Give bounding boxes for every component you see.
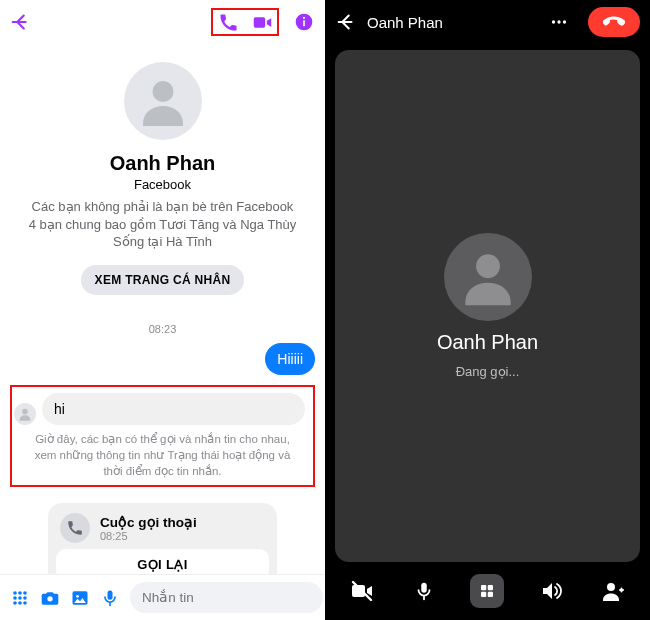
- avatar-icon: [444, 233, 532, 321]
- incoming-message[interactable]: hi: [42, 393, 305, 425]
- outgoing-message[interactable]: Hiiiii: [265, 343, 315, 375]
- svg-point-17: [76, 595, 79, 598]
- call-status: Đang gọi...: [456, 364, 520, 379]
- svg-point-12: [13, 601, 17, 605]
- platform-label: Facebook: [134, 177, 191, 192]
- add-person-icon[interactable]: [598, 576, 628, 606]
- call-header: Oanh Phan: [325, 0, 650, 44]
- chat-pane: Oanh Phan Facebook Các bạn không phải là…: [0, 0, 325, 620]
- call-card-title: Cuộc gọi thoại: [100, 514, 197, 530]
- call-pane: Oanh Phan Oanh Phan Đang gọi...: [325, 0, 650, 620]
- message-input[interactable]: [130, 582, 323, 613]
- svg-point-6: [13, 591, 17, 595]
- grid-view-button[interactable]: [470, 574, 504, 608]
- call-buttons-highlight: [211, 8, 279, 36]
- svg-rect-0: [253, 17, 264, 28]
- camera-off-icon[interactable]: [347, 576, 377, 606]
- call-back-button[interactable]: GỌI LẠI: [56, 549, 269, 574]
- highlight-box: hi Giờ đây, các bạn có thể gọi và nhắn t…: [10, 385, 315, 487]
- avatar-icon: [124, 62, 202, 140]
- incoming-message-row: hi: [20, 393, 305, 425]
- call-footer: [325, 562, 650, 620]
- profile-info: Các bạn không phải là bạn bè trên Facebo…: [29, 198, 297, 251]
- apps-icon[interactable]: [10, 588, 30, 608]
- svg-point-3: [303, 17, 305, 19]
- contact-name: Oanh Phan: [110, 152, 216, 175]
- chat-scroll: Oanh Phan Facebook Các bạn không phải là…: [0, 44, 325, 574]
- chat-header: [0, 0, 325, 44]
- svg-point-9: [13, 596, 17, 600]
- svg-point-22: [552, 20, 555, 23]
- info-line: Các bạn không phải là bạn bè trên Facebo…: [32, 199, 294, 214]
- svg-point-8: [23, 591, 27, 595]
- svg-rect-31: [481, 592, 486, 597]
- svg-point-23: [557, 20, 560, 23]
- svg-rect-28: [421, 583, 427, 593]
- svg-point-10: [18, 596, 22, 600]
- svg-point-11: [23, 596, 27, 600]
- hangup-button[interactable]: [588, 7, 640, 37]
- info-line: 4 bạn chung bao gồm Tươi Tăng và Nga Thù…: [29, 217, 297, 232]
- back-icon[interactable]: [335, 11, 357, 33]
- speaker-icon[interactable]: [536, 576, 566, 606]
- svg-rect-29: [481, 585, 486, 590]
- messages: Hiiiii hi Giờ đây, các bạn có thể gọi và…: [0, 343, 325, 574]
- more-icon[interactable]: [548, 11, 570, 33]
- svg-point-25: [476, 254, 500, 278]
- svg-rect-30: [488, 585, 493, 590]
- svg-point-15: [47, 596, 52, 601]
- svg-rect-18: [108, 590, 113, 599]
- composer: [0, 574, 325, 620]
- view-profile-button[interactable]: XEM TRANG CÁ NHÂN: [81, 265, 245, 295]
- call-header-title: Oanh Phan: [367, 14, 538, 31]
- mic-icon[interactable]: [409, 576, 439, 606]
- info-icon[interactable]: [293, 11, 315, 33]
- profile-block: Oanh Phan Facebook Các bạn không phải là…: [0, 44, 325, 303]
- missed-call-card: Cuộc gọi thoại 08:25 GỌI LẠI: [48, 503, 277, 574]
- svg-rect-2: [303, 20, 305, 26]
- mic-icon[interactable]: [100, 588, 120, 608]
- call-card-time: 08:25: [100, 530, 197, 542]
- avatar-icon: [14, 403, 36, 425]
- svg-rect-32: [488, 592, 493, 597]
- back-icon[interactable]: [10, 11, 32, 33]
- day-timestamp: 08:23: [0, 323, 325, 335]
- svg-point-14: [23, 601, 27, 605]
- system-note: Giờ đây, các bạn có thể gọi và nhắn tin …: [20, 425, 305, 479]
- call-contact-name: Oanh Phan: [437, 331, 538, 354]
- svg-point-7: [18, 591, 22, 595]
- camera-icon[interactable]: [40, 588, 60, 608]
- call-body: Oanh Phan Đang gọi...: [335, 50, 640, 562]
- phone-icon: [60, 513, 90, 543]
- svg-point-4: [152, 81, 173, 102]
- svg-point-5: [22, 408, 28, 414]
- svg-point-24: [563, 20, 566, 23]
- gallery-icon[interactable]: [70, 588, 90, 608]
- info-line: Sống tại Hà Tĩnh: [113, 234, 212, 249]
- svg-point-33: [607, 583, 615, 591]
- video-call-icon[interactable]: [251, 11, 273, 33]
- svg-point-13: [18, 601, 22, 605]
- audio-call-icon[interactable]: [217, 11, 239, 33]
